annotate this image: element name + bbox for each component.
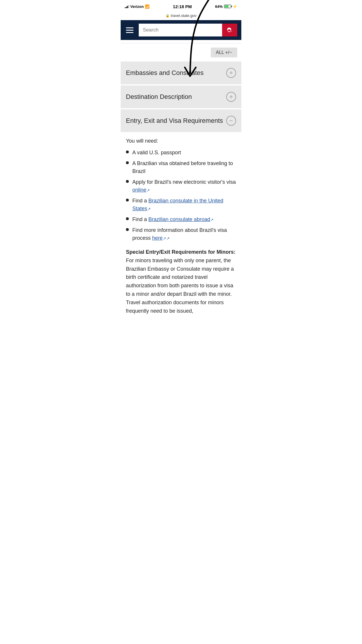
search-input[interactable] — [139, 24, 222, 36]
list-item-text: Find a Brazilian consulate in the United… — [132, 197, 236, 213]
accordion-content-entry: You will need: A valid U.S. passport A B… — [121, 132, 241, 321]
menu-button[interactable] — [125, 26, 135, 34]
accordion-header-entry[interactable]: Entry, Exit and Visa Requirements − — [121, 109, 241, 132]
list-item-text: Find more information about Brazil's vis… — [132, 226, 236, 242]
visa-info-link[interactable]: here↗ — [152, 235, 166, 241]
external-link-icon: ↗ — [163, 236, 166, 242]
special-requirements-text: For minors traveling with only one paren… — [126, 258, 234, 314]
accordion-title-embassies: Embassies and Consulates — [126, 69, 204, 77]
list-item: A Brazilian visa obtained before traveli… — [126, 160, 236, 175]
battery-icon — [224, 5, 231, 8]
accordion-item-embassies: Embassies and Consulates + — [121, 62, 241, 85]
consulate-us-link[interactable]: Brazilian consulate in the United States… — [132, 198, 223, 211]
carrier-label: Verizon — [130, 4, 144, 9]
accordion-header-embassies[interactable]: Embassies and Consulates + — [121, 62, 241, 84]
status-right: 64% ⚡ — [215, 4, 237, 9]
accordion-expand-destination[interactable]: + — [226, 92, 236, 102]
external-link-icon: ↗ — [147, 188, 150, 193]
list-item: Find a Brazilian consulate in the United… — [126, 197, 236, 213]
list-item: Find more information about Brazil's vis… — [126, 226, 236, 242]
accordion-item-entry: Entry, Exit and Visa Requirements − You … — [121, 109, 241, 322]
accordion-title-destination: Destination Description — [126, 93, 192, 101]
list-item: Apply for Brazil's new electronic visito… — [126, 178, 236, 194]
all-toggle-container: ALL +/− — [121, 43, 241, 62]
accordion-wrapper: Embassies and Consulates + Destination D… — [121, 62, 241, 322]
bullet-dot — [126, 161, 129, 164]
accordion: Embassies and Consulates + Destination D… — [121, 62, 241, 322]
status-left: Verizon 📶 — [125, 4, 150, 9]
online-link[interactable]: online↗ — [132, 187, 150, 193]
list-item: Find a Brazilian consulate abroad↗ — [126, 216, 236, 223]
bullet-dot — [126, 150, 129, 153]
signal-icon — [125, 5, 129, 8]
bullet-dot — [126, 217, 129, 220]
accordion-item-destination: Destination Description + — [121, 85, 241, 109]
status-time: 12:18 PM — [173, 4, 192, 9]
list-item: A valid U.S. passport — [126, 149, 236, 157]
bullet-dot — [126, 228, 129, 231]
status-bar: Verizon 📶 12:18 PM 64% ⚡ — [121, 0, 241, 13]
search-container — [139, 24, 237, 36]
special-requirements-para: Special Entry/Exit Requirements for Mino… — [126, 248, 236, 315]
accordion-expand-embassies[interactable]: + — [226, 68, 236, 78]
wifi-icon: 📶 — [145, 4, 150, 9]
bullet-dot — [126, 180, 129, 183]
requirements-list: A valid U.S. passport A Brazilian visa o… — [126, 149, 236, 242]
you-will-need-text: You will need: — [126, 138, 236, 144]
external-link-icon: ↗ — [147, 206, 151, 212]
accordion-header-destination[interactable]: Destination Description + — [121, 85, 241, 108]
url-text: travel.state.gov — [171, 13, 196, 18]
battery-percent: 64% — [215, 4, 223, 9]
search-button[interactable] — [222, 24, 237, 36]
lock-icon: 🔒 — [166, 14, 170, 18]
accordion-collapse-entry[interactable]: − — [226, 116, 236, 126]
consulate-abroad-link[interactable]: Brazilian consulate abroad↗ — [148, 216, 214, 222]
external-link-icon-2: ↗ — [166, 236, 170, 242]
accordion-title-entry: Entry, Exit and Visa Requirements — [126, 117, 223, 125]
nav-header — [121, 20, 241, 40]
all-toggle-button[interactable]: ALL +/− — [211, 48, 237, 57]
top-strip — [121, 40, 241, 43]
list-item-text: A Brazilian visa obtained before traveli… — [132, 160, 236, 175]
url-bar[interactable]: 🔒 travel.state.gov — [121, 13, 241, 20]
search-icon — [226, 27, 233, 33]
list-item-text: A valid U.S. passport — [132, 149, 181, 157]
list-item-text: Apply for Brazil's new electronic visito… — [132, 178, 236, 194]
special-requirements-label: Special Entry/Exit Requirements for Mino… — [126, 249, 236, 255]
bolt-icon: ⚡ — [233, 4, 237, 9]
external-link-icon: ↗ — [210, 217, 214, 223]
bullet-dot — [126, 199, 129, 202]
list-item-text: Find a Brazilian consulate abroad↗ — [132, 216, 214, 223]
